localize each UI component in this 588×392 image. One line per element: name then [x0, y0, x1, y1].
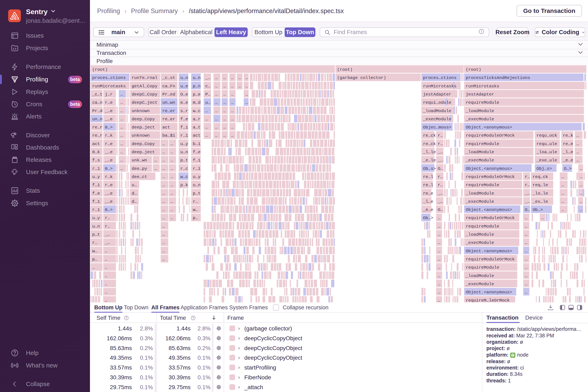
svg-text:…: …: [438, 249, 440, 254]
svg-text:…: …: [154, 166, 157, 171]
svg-text:a…t: a…t: [193, 125, 201, 130]
svg-text:w…: w…: [92, 249, 97, 254]
svg-text:…: …: [120, 133, 123, 138]
svg-text:f…1: f…1: [92, 199, 100, 204]
svg-text:unknown: unknown: [132, 109, 150, 113]
svg-text:_e…le: _e…le: [423, 158, 436, 163]
svg-text:r…e: r…e: [105, 142, 113, 146]
svg-text:req…ck: req…ck: [533, 174, 548, 179]
svg-text:(root): (root): [466, 67, 481, 72]
svg-text:r…e: r…e: [105, 183, 113, 188]
svg-text:…: …: [438, 216, 440, 220]
svg-text:_exe…ule: _exe…ule: [536, 158, 557, 163]
svg-text:f…e: f…e: [92, 191, 100, 196]
svg-text:r…k: r…k: [105, 133, 113, 138]
svg-text:unknown: unknown: [132, 133, 150, 138]
svg-text:Pr…d: Pr…d: [92, 109, 102, 113]
svg-text:_…e: _…e: [105, 191, 113, 196]
svg-text:…: …: [231, 84, 234, 88]
svg-text:…: …: [215, 109, 218, 113]
svg-text:f…e: f…e: [180, 117, 188, 122]
svg-text:f…1: f…1: [92, 183, 100, 188]
svg-text:…: …: [223, 125, 226, 130]
svg-text:…: …: [223, 133, 226, 138]
svg-text:…: …: [171, 158, 173, 163]
svg-text:…: …: [215, 92, 218, 97]
svg-text:act: act: [193, 133, 201, 138]
svg-text:…: …: [231, 76, 234, 80]
svg-text:…: …: [525, 274, 528, 278]
svg-text:_ex…le: _ex…le: [532, 199, 548, 204]
svg-text:deep…Copy: deep…Copy: [132, 117, 155, 122]
svg-text:r…: r…: [105, 224, 110, 229]
svg-text:Object.<anonymous>: Object.<anonymous>: [466, 290, 512, 294]
svg-text:dee…ct: dee…ct: [132, 174, 147, 179]
svg-text:act: act: [92, 142, 100, 146]
svg-text:…: …: [223, 117, 226, 122]
svg-text:_execModule: _execModule: [466, 117, 494, 122]
svg-text:u…n: u…n: [180, 76, 188, 80]
svg-text:…: …: [580, 208, 583, 212]
svg-text:…: …: [438, 224, 440, 229]
svg-text:r…: r…: [438, 142, 443, 146]
svg-text:_execModule: _execModule: [423, 117, 451, 122]
svg-text:…: …: [120, 100, 123, 105]
svg-text:_lo…le: _lo…le: [532, 191, 548, 196]
svg-text:r…: r…: [525, 174, 530, 179]
svg-text:runMicrotasks: runMicrotasks: [92, 84, 126, 88]
svg-text:Object.<anonymous>: Object.<anonymous>: [466, 166, 512, 171]
svg-text:b…1: b…1: [193, 142, 201, 146]
svg-text:f…1: f…1: [180, 125, 188, 130]
svg-text:p…k: p…k: [180, 183, 188, 188]
svg-text:(garbage collector): (garbage collector): [337, 76, 386, 80]
svg-text:…: …: [580, 199, 583, 204]
svg-text:…: …: [238, 84, 241, 88]
svg-text:Ob…s>: Ob…s>: [423, 166, 436, 171]
svg-text:…: …: [120, 166, 123, 171]
svg-text:w…: w…: [193, 208, 198, 212]
svg-text:O…: O…: [525, 208, 530, 212]
svg-text:Object.<anonymous>: Object.<anonymous>: [466, 208, 512, 212]
svg-text:…: …: [162, 257, 165, 262]
svg-text:O…: O…: [438, 208, 443, 212]
svg-text:_e…e: _e…e: [563, 158, 573, 163]
svg-text:…: …: [171, 174, 173, 179]
svg-text:…: …: [92, 265, 95, 270]
svg-text:…: …: [562, 199, 564, 204]
svg-text:w…c: w…c: [180, 174, 188, 179]
svg-text:…: …: [162, 150, 165, 154]
svg-text:requireModuleOrMock: requireModuleOrMock: [466, 216, 515, 220]
svg-text:…: …: [525, 249, 528, 254]
svg-text:…: …: [215, 100, 218, 105]
svg-text:un…n: un…n: [92, 117, 102, 122]
svg-text:requ…ock: requ…ock: [537, 133, 557, 138]
svg-text:requireModule: requireModule: [466, 142, 499, 146]
svg-text:…: …: [205, 109, 208, 113]
svg-text:deep…Copy: deep…Copy: [132, 142, 155, 146]
svg-text:dee…py: dee…py: [132, 166, 147, 171]
svg-text:ca…Fn: ca…Fn: [162, 84, 175, 88]
svg-text:c…: c…: [205, 84, 210, 88]
svg-text:…: …: [238, 76, 241, 80]
svg-text:…: …: [205, 125, 208, 130]
svg-text:u…n: u…n: [193, 76, 201, 80]
svg-text:r…: r…: [92, 240, 97, 245]
svg-text:getAl…Copy: getAl…Copy: [132, 84, 157, 88]
svg-text:requireModule: requireModule: [466, 183, 499, 188]
svg-text:j…r: j…r: [105, 92, 113, 97]
svg-text:d…: d…: [132, 191, 137, 196]
svg-text:u…n: u…n: [92, 224, 100, 229]
svg-text:p…e: p…e: [193, 92, 201, 97]
svg-text:…: …: [525, 257, 528, 262]
svg-text:runTe…rnal: runTe…rnal: [132, 76, 157, 80]
svg-text:…: …: [562, 174, 564, 179]
svg-text:u…y: u…y: [92, 216, 100, 220]
svg-text:re…l: re…l: [423, 174, 433, 179]
svg-text:_execModule: _execModule: [466, 199, 494, 204]
svg-text:…: …: [171, 183, 173, 188]
svg-text:r…c: r…c: [180, 166, 188, 171]
svg-text:…: …: [438, 298, 440, 302]
svg-text:deep…ject: deep…ject: [132, 150, 155, 154]
svg-text:w…c: w…c: [193, 109, 201, 113]
svg-text:r…k: r…k: [105, 174, 113, 179]
